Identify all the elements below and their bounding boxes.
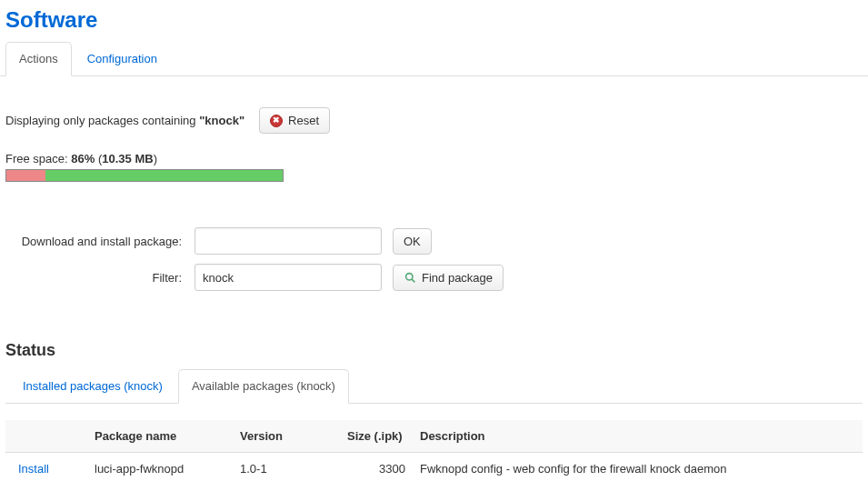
freespace-bar bbox=[5, 169, 284, 182]
install-link[interactable]: Install bbox=[18, 462, 49, 476]
filter-term: "knock" bbox=[199, 114, 244, 127]
table-row: Installluci-app-fwknopd1.0-13300Fwknopd … bbox=[5, 453, 863, 482]
svg-point-0 bbox=[405, 273, 412, 279]
status-tabs: Installed packages (knock) Available pac… bbox=[5, 369, 863, 404]
col-action-header bbox=[5, 420, 87, 453]
freespace-used-segment bbox=[6, 170, 45, 181]
page-title: Software bbox=[0, 0, 868, 42]
freespace-prefix: Free space: bbox=[5, 152, 71, 165]
search-icon bbox=[404, 271, 416, 284]
col-version-header: Version bbox=[233, 420, 340, 453]
package-version: 1.0-1 bbox=[233, 453, 340, 482]
find-package-button[interactable]: Find package bbox=[393, 265, 504, 291]
filter-label: Filter: bbox=[5, 271, 187, 285]
package-size: 3300 bbox=[340, 453, 413, 482]
package-name: luci-app-fwknopd bbox=[87, 453, 233, 482]
freespace-text: Free space: 86% (10.35 MB) bbox=[5, 152, 863, 165]
svg-line-1 bbox=[412, 279, 414, 282]
freespace-free-segment bbox=[45, 170, 283, 181]
package-description: Fwknopd config - web config for the fire… bbox=[413, 453, 863, 482]
freespace-pct: 86% bbox=[71, 152, 95, 165]
find-package-label: Find package bbox=[422, 271, 493, 285]
top-tabs: Actions Configuration bbox=[0, 42, 868, 76]
status-heading: Status bbox=[5, 341, 863, 360]
reset-label: Reset bbox=[288, 114, 319, 127]
freespace-size: 10.35 MB bbox=[102, 152, 153, 165]
tab-available-packages[interactable]: Available packages (knock) bbox=[178, 369, 349, 404]
reset-button[interactable]: ✖ Reset bbox=[259, 107, 330, 134]
install-input[interactable] bbox=[195, 227, 382, 255]
tab-configuration[interactable]: Configuration bbox=[74, 42, 171, 75]
ok-button[interactable]: OK bbox=[393, 228, 432, 255]
tab-installed-packages[interactable]: Installed packages (knock) bbox=[9, 369, 176, 403]
filter-notice-text: Displaying only packages containing bbox=[5, 114, 199, 127]
col-size-header: Size (.ipk) bbox=[340, 420, 413, 453]
tab-actions[interactable]: Actions bbox=[5, 42, 72, 76]
filter-input[interactable] bbox=[195, 264, 382, 291]
reset-icon: ✖ bbox=[270, 115, 283, 127]
col-description-header: Description bbox=[413, 420, 863, 453]
install-label: Download and install package: bbox=[5, 235, 187, 248]
col-name-header: Package name bbox=[87, 420, 233, 453]
filter-notice: Displaying only packages containing "kno… bbox=[5, 80, 863, 134]
packages-table: Package name Version Size (.ipk) Descrip… bbox=[5, 420, 863, 481]
